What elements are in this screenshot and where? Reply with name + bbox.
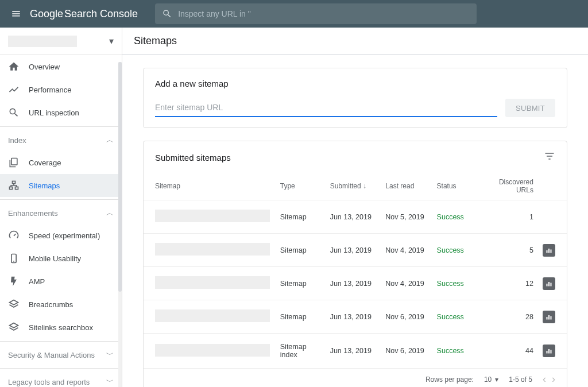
search-icon	[162, 9, 172, 19]
cell-last-read: Nov 6, 2019	[381, 334, 432, 369]
next-page-button[interactable]: ›	[552, 373, 555, 385]
trend-icon	[8, 84, 20, 95]
layers-icon	[8, 299, 20, 310]
sidebar-item-performance[interactable]: Performance	[0, 78, 122, 101]
svg-rect-11	[550, 282, 551, 286]
col-last-read[interactable]: Last read	[381, 172, 432, 200]
sitemaps-table: Sitemap Type Submitted ↓ Last read Statu…	[144, 172, 567, 368]
chevron-up-icon: ︿	[106, 208, 114, 218]
sidebar-item-label: URL inspection	[29, 109, 79, 117]
sidebar-item-url-inspection[interactable]: URL inspection	[0, 101, 122, 124]
cell-submitted: Jun 13, 2019	[326, 334, 381, 369]
section-legacy[interactable]: Legacy tools and reports ﹀	[0, 371, 122, 387]
sidebar-item-breadcrumbs[interactable]: Breadcrumbs	[0, 293, 122, 316]
url-inspect-input[interactable]	[178, 9, 470, 18]
section-label: Enhancements	[8, 209, 58, 218]
property-name-redacted	[8, 36, 77, 47]
svg-rect-3	[16, 187, 18, 189]
sidebar-item-label: AMP	[29, 277, 45, 286]
bolt-icon	[8, 276, 20, 287]
property-selector[interactable]: ▾	[0, 28, 122, 55]
pages-icon	[8, 157, 20, 168]
sidebar-item-sitemaps[interactable]: Sitemaps	[0, 174, 122, 197]
cell-status: Success	[432, 267, 477, 300]
section-index[interactable]: Index ︿	[0, 129, 122, 151]
cell-type: Sitemap	[276, 267, 326, 300]
submit-button[interactable]: SUBMIT	[505, 99, 555, 117]
sidebar-item-amp[interactable]: AMP	[0, 270, 122, 293]
layers-icon	[8, 322, 20, 333]
menu-icon[interactable]	[5, 2, 28, 25]
sidebar-item-speed[interactable]: Speed (experimental)	[0, 224, 122, 247]
svg-rect-2	[10, 187, 13, 189]
svg-rect-12	[546, 317, 547, 320]
cell-type: Sitemap	[276, 200, 326, 234]
svg-rect-10	[548, 282, 550, 287]
scrollbar-thumb[interactable]	[118, 62, 122, 292]
table-row[interactable]: SitemapJun 13, 2019Nov 5, 2019Success1	[144, 200, 567, 234]
page-title: Sitemaps	[122, 28, 588, 55]
sidebar-item-label: Overview	[29, 63, 60, 71]
sidebar-item-overview[interactable]: Overview	[0, 55, 122, 78]
section-label: Legacy tools and reports	[8, 378, 90, 386]
sidebar-item-mobile[interactable]: Mobile Usability	[0, 247, 122, 270]
col-type[interactable]: Type	[276, 172, 326, 200]
cell-last-read: Nov 4, 2019	[381, 267, 432, 300]
chart-icon[interactable]	[543, 244, 555, 257]
url-inspect-search[interactable]	[155, 3, 477, 24]
table-row[interactable]: Sitemap indexJun 13, 2019Nov 6, 2019Succ…	[144, 334, 567, 369]
col-submitted[interactable]: Submitted ↓	[326, 172, 381, 200]
table-row[interactable]: SitemapJun 13, 2019Nov 6, 2019Success28	[144, 300, 567, 334]
sort-down-icon: ↓	[363, 182, 366, 190]
chart-icon[interactable]	[543, 277, 555, 290]
sidebar-item-sitelinks[interactable]: Sitelinks searchbox	[0, 316, 122, 339]
cell-status: Success	[432, 334, 477, 369]
mobile-icon	[8, 253, 20, 264]
add-sitemap-title: Add a new sitemap	[155, 79, 555, 88]
section-security[interactable]: Security & Manual Actions ﹀	[0, 344, 122, 366]
sitemap-url-redacted	[155, 243, 270, 256]
chevron-down-icon: ▾	[495, 376, 498, 384]
cell-discovered: 44	[477, 334, 538, 369]
sitemap-url-redacted	[155, 210, 270, 222]
table-row[interactable]: SitemapJun 13, 2019Nov 4, 2019Success5	[144, 234, 567, 267]
main-content: Sitemaps Add a new sitemap SUBMIT Submit…	[122, 28, 588, 387]
col-status[interactable]: Status	[432, 172, 477, 200]
table-pager: Rows per page: 10 ▾ 1-5 of 5 ‹ ›	[144, 368, 567, 387]
section-enhancements[interactable]: Enhancements ︿	[0, 202, 122, 224]
rows-per-page-select[interactable]: 10 ▾	[484, 376, 498, 384]
sitemap-url-redacted	[155, 309, 270, 322]
col-sitemap[interactable]: Sitemap	[144, 172, 276, 200]
sidebar-item-label: Sitemaps	[29, 181, 60, 190]
svg-rect-17	[550, 350, 551, 354]
add-sitemap-card: Add a new sitemap SUBMIT	[143, 68, 567, 128]
svg-rect-6	[546, 250, 547, 253]
col-discovered[interactable]: Discovered URLs	[477, 172, 538, 200]
search-icon	[8, 107, 20, 118]
cell-last-read: Nov 6, 2019	[381, 300, 432, 334]
page-range: 1-5 of 5	[509, 376, 532, 384]
cell-submitted: Jun 13, 2019	[326, 234, 381, 267]
sitemap-url-input[interactable]	[155, 99, 497, 117]
top-bar: Google Search Console	[0, 0, 588, 28]
prev-page-button[interactable]: ‹	[543, 373, 546, 385]
sidebar-item-label: Breadcrumbs	[29, 300, 73, 309]
sidebar-item-label: Speed (experimental)	[29, 231, 100, 240]
logo-secondary: Search Console	[64, 8, 138, 20]
sidebar-item-coverage[interactable]: Coverage	[0, 151, 122, 174]
chart-icon[interactable]	[543, 345, 555, 357]
section-label: Security & Manual Actions	[8, 351, 95, 359]
filter-icon[interactable]	[544, 150, 555, 164]
chart-icon[interactable]	[543, 311, 555, 323]
cell-status: Success	[432, 234, 477, 267]
table-row[interactable]: SitemapJun 13, 2019Nov 4, 2019Success12	[144, 267, 567, 300]
sidebar-item-label: Performance	[29, 86, 71, 94]
home-icon	[8, 61, 20, 72]
svg-rect-7	[548, 249, 550, 253]
rows-per-page-label: Rows per page:	[425, 376, 474, 384]
sitemap-url-redacted	[155, 344, 270, 357]
cell-submitted: Jun 13, 2019	[326, 200, 381, 234]
svg-rect-14	[550, 316, 551, 319]
sidebar-item-label: Coverage	[29, 158, 61, 167]
speed-icon	[8, 230, 20, 241]
